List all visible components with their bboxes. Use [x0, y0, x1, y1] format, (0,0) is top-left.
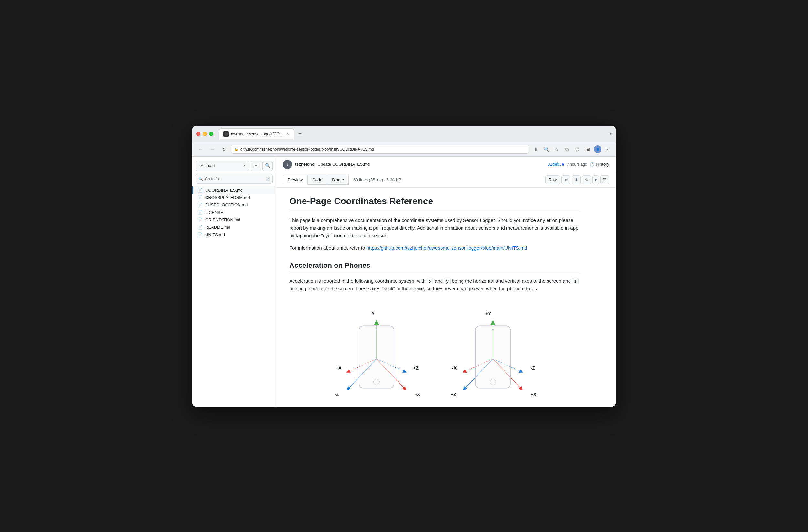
tab-blame[interactable]: Blame: [327, 175, 349, 185]
goto-file-input[interactable]: 🔍 Go to file t: [196, 174, 273, 184]
accel-and: and: [435, 278, 443, 284]
tab-bar: ⚫ awesome-sensor-logger/CO... ✕ +: [219, 128, 607, 139]
accel-heading: Acceleration on Phones: [289, 260, 580, 273]
file-item-coordinates[interactable]: 📄 COORDINATES.md: [192, 186, 276, 194]
accel-p1-prefix: Acceleration is reported in the followin…: [289, 278, 427, 284]
commit-meta: 32deb5e 7 hours ago 🕐 History: [548, 162, 609, 167]
history-label: History: [596, 162, 609, 167]
dropdown-button[interactable]: ▾: [609, 131, 612, 136]
file-name: README.md: [205, 225, 230, 230]
file-item-orientation[interactable]: 📄 ORIENTATION.md: [192, 216, 276, 224]
phone-body-1: [359, 325, 394, 388]
new-tab-button[interactable]: +: [295, 129, 305, 138]
chevron-down-icon: ▾: [243, 164, 245, 168]
list-view-button[interactable]: ☰: [600, 175, 609, 185]
file-header: t tszheichoi Update COORDINATES.md 32deb…: [276, 157, 616, 172]
file-toolbar: Preview Code Blame 60 lines (35 loc) · 5…: [276, 172, 616, 188]
add-file-button[interactable]: +: [251, 160, 261, 171]
maximize-button[interactable]: [209, 132, 213, 136]
file-item-fusedlocation[interactable]: 📄 FUSEDLOCATION.md: [192, 201, 276, 209]
commit-time: 7 hours ago: [567, 162, 587, 167]
markdown-body: One-Page Coordinates Reference This page…: [276, 188, 593, 407]
file-icon: 📄: [198, 195, 203, 200]
phone-diagrams: -Y +X +Z -Z -X: [289, 302, 580, 406]
traffic-lights: [196, 132, 213, 136]
browser-tab[interactable]: ⚫ awesome-sensor-logger/CO... ✕: [219, 128, 294, 139]
sidebar-actions: + 🔍: [251, 160, 273, 171]
intro-paragraph-1: This page is a comprehensive documentati…: [289, 216, 580, 240]
title-bar: ⚫ awesome-sensor-logger/CO... ✕ + ▾: [192, 126, 616, 142]
search-shortcut: t: [266, 177, 270, 181]
close-button[interactable]: [196, 132, 200, 136]
file-icon: 📄: [198, 203, 203, 207]
nav-actions: ⬇ 🔍 ☆ ⧉ ⬡ ▣ 👤 ⋮: [532, 145, 612, 153]
file-name: COORDINATES.md: [205, 188, 243, 192]
tab-code[interactable]: Code: [307, 175, 327, 185]
extensions-icon[interactable]: ⬡: [573, 145, 582, 153]
label-neg-z-1: -Z: [334, 391, 339, 398]
download-button[interactable]: ⬇: [572, 175, 581, 185]
content-area: t tszheichoi Update COORDINATES.md 32deb…: [276, 157, 616, 407]
label-pos-z-1: +Z: [413, 364, 419, 372]
copy-icon[interactable]: ⧉: [563, 145, 571, 153]
file-name: LICENSE: [205, 210, 223, 215]
search-files-button[interactable]: 🔍: [262, 160, 273, 171]
download-icon[interactable]: ⬇: [532, 145, 540, 153]
forward-button[interactable]: →: [208, 145, 217, 154]
history-button[interactable]: 🕐 History: [590, 162, 609, 167]
bookmark-icon[interactable]: ☆: [552, 145, 561, 153]
file-name: UNITS.md: [205, 232, 225, 237]
avatar[interactable]: 👤: [594, 145, 602, 153]
branch-select[interactable]: ⎇ main ▾: [196, 160, 249, 171]
file-icon: 📄: [198, 188, 203, 192]
branch-selector-row: ⎇ main ▾ + 🔍: [196, 160, 273, 171]
back-button[interactable]: ←: [196, 145, 205, 154]
address-bar[interactable]: 🔒 github.com/tszheichoi/awesome-sensor-l…: [231, 145, 529, 154]
phone-camera-2: [492, 328, 494, 330]
commit-username[interactable]: tszheichoi: [295, 162, 316, 167]
phone-diagram-1: -Y +X +Z -Z -X: [331, 309, 422, 399]
branch-icon: ⎇: [199, 164, 204, 168]
accel-p1-mid: being the horizontal and vertical axes o…: [452, 278, 572, 284]
intro-paragraph-2: For information about units, refer to ht…: [289, 244, 580, 252]
copy-raw-button[interactable]: ⧉: [562, 175, 570, 185]
accel-paragraph: Acceleration is reported in the followin…: [289, 277, 580, 293]
commit-message: Update COORDINATES.md: [318, 162, 370, 167]
commit-hash[interactable]: 32deb5e: [548, 162, 564, 167]
minimize-button[interactable]: [203, 132, 207, 136]
file-name: FUSEDLOCATION.md: [205, 203, 247, 207]
phone-button-2: [490, 379, 496, 385]
code-y: y: [444, 278, 451, 284]
units-link[interactable]: https://github.com/tszheichoi/awesome-se…: [366, 245, 527, 251]
page-title: One-Page Coordinates Reference: [289, 194, 580, 212]
more-options-button[interactable]: ▾: [592, 175, 599, 185]
search-placeholder: Go to file: [205, 177, 220, 181]
label-pos-x-1: +X: [336, 364, 342, 372]
menu-icon[interactable]: ⋮: [603, 145, 612, 153]
label-neg-x-1: -X: [415, 391, 420, 398]
file-item-readme[interactable]: 📄 README.md: [192, 224, 276, 231]
tab-title: awesome-sensor-logger/CO...: [231, 132, 283, 136]
phone-body-2: [475, 325, 511, 388]
nav-bar: ← → ↻ 🔒 github.com/tszheichoi/awesome-se…: [192, 142, 616, 157]
file-item-units[interactable]: 📄 UNITS.md: [192, 231, 276, 239]
file-icon: 📄: [198, 217, 203, 222]
commit-avatar: t: [283, 160, 292, 169]
tab-close-button[interactable]: ✕: [286, 132, 290, 136]
raw-button[interactable]: Raw: [545, 175, 560, 185]
file-list: 📄 COORDINATES.md 📄 CROSSPLATFORM.md 📄 FU…: [192, 186, 276, 403]
commit-info: tszheichoi Update COORDINATES.md: [295, 162, 370, 167]
edit-button[interactable]: ✎: [582, 175, 591, 185]
zoom-icon[interactable]: 🔍: [542, 145, 550, 153]
refresh-button[interactable]: ↻: [219, 145, 228, 154]
file-item-crossplatform[interactable]: 📄 CROSSPLATFORM.md: [192, 194, 276, 201]
label-pos-y-2: +Y: [485, 310, 491, 317]
sidebar-icon[interactable]: ▣: [583, 145, 592, 153]
tab-preview[interactable]: Preview: [283, 175, 307, 185]
toolbar-actions: Raw ⧉ ⬇ ✎ ▾ ☰: [545, 175, 609, 185]
file-icon: 📄: [198, 225, 203, 230]
tab-favicon: ⚫: [223, 131, 228, 137]
search-icon: 🔍: [199, 177, 203, 181]
file-item-license[interactable]: 📄 LICENSE: [192, 209, 276, 216]
file-name: ORIENTATION.md: [205, 217, 240, 222]
